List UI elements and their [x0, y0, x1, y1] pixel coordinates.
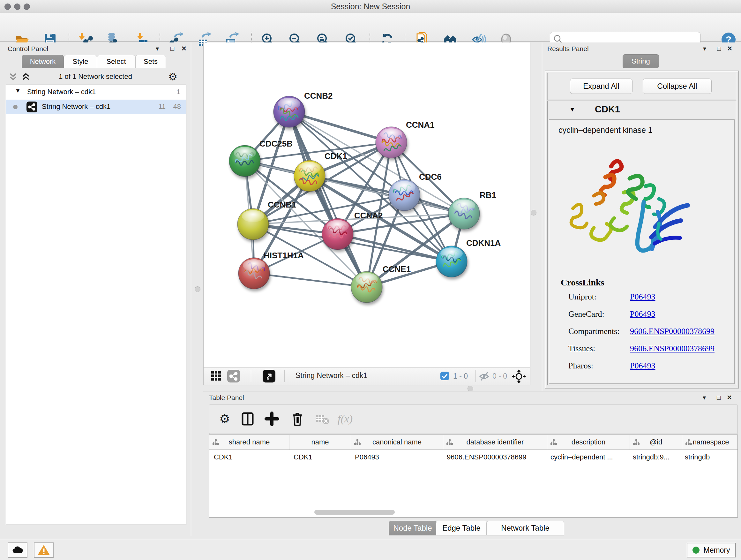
network-edge[interactable] — [289, 112, 367, 287]
horizontal-scrollbar-thumb[interactable] — [314, 510, 395, 515]
expand-collapse-section: Expand All Collapse All — [547, 73, 736, 100]
table-body: CDK1CDK1P064939606.ENSP00000378699cyclin… — [209, 450, 738, 464]
column-header-namespace[interactable]: namespace — [682, 435, 738, 449]
memory-button[interactable]: Memory — [687, 543, 736, 557]
network-options-gear-icon[interactable]: ⚙ — [168, 71, 178, 83]
node-result-section: ▼ CDK1 cyclin–dependent kinase 1 — [547, 101, 736, 385]
network-node-CDK1[interactable] — [294, 160, 325, 192]
network-row[interactable]: String Network – cdk1 11 48 — [6, 100, 186, 114]
node-label-CCNB2: CCNB2 — [304, 91, 333, 101]
node-description: cyclin–dependent kinase 1 — [558, 125, 653, 135]
network-node-CCNE1[interactable] — [351, 271, 382, 303]
table-toolbar: ⚙ f(x) — [209, 405, 738, 434]
node-result-content: cyclin–dependent kinase 1 — [549, 119, 735, 384]
network-edge[interactable] — [289, 112, 391, 142]
node-label-CCNA2: CCNA2 — [354, 211, 383, 220]
tree-expand-icon[interactable]: ▼ — [15, 87, 21, 94]
column-header--id[interactable]: @id — [630, 435, 682, 449]
hidden-eye-slash-icon — [479, 371, 491, 382]
network-node-CCNA1[interactable] — [376, 127, 407, 158]
network-node-CCNA2[interactable] — [322, 219, 353, 250]
tab-network-table[interactable]: Network Table — [486, 521, 564, 536]
delete-column-icon[interactable] — [290, 411, 305, 427]
crosslink-link[interactable]: P06493 — [630, 309, 655, 319]
expand-all-button[interactable]: Expand All — [570, 78, 632, 94]
network-node-CDC6[interactable] — [389, 179, 420, 211]
detach-view-icon[interactable] — [263, 370, 275, 382]
tab-style[interactable]: Style — [64, 55, 97, 68]
tab-sets[interactable]: Sets — [135, 55, 166, 68]
crosslink-link[interactable]: 9606.ENSP00000378699 — [630, 327, 715, 336]
fit-crosshair-icon[interactable] — [512, 369, 526, 383]
table-cell[interactable]: CDK1 — [289, 450, 350, 464]
column-header-canonical-name[interactable]: canonical name — [351, 435, 443, 449]
cloud-button[interactable] — [8, 543, 27, 558]
column-header-name[interactable]: name — [289, 435, 351, 449]
warnings-button[interactable] — [34, 543, 54, 558]
titlebar: Session: New Session — [0, 0, 741, 13]
panel-close-icon[interactable]: ✕ — [727, 393, 732, 401]
grid-view-icon[interactable] — [211, 370, 222, 382]
table-settings-gear-icon[interactable]: ⚙ — [217, 411, 232, 427]
network-collection-row[interactable]: ▼ String Network – cdk1 1 — [6, 85, 186, 100]
tab-select[interactable]: Select — [97, 55, 135, 68]
tab-string[interactable]: String — [623, 54, 659, 68]
column-header-description[interactable]: description — [547, 435, 630, 449]
panel-float-icon[interactable]: □ — [171, 44, 174, 53]
network-node-CCNB2[interactable] — [273, 96, 305, 127]
hidden-count: 0 - 0 — [492, 372, 507, 381]
panel-float-icon[interactable]: □ — [717, 393, 721, 401]
left-splitter-handle[interactable] — [195, 287, 200, 292]
crosslink-label: GeneCard: — [568, 309, 604, 319]
network-view-title: String Network – cdk1 — [295, 371, 367, 380]
column-header-label: canonical name — [373, 438, 421, 446]
network-node-CDC25B[interactable] — [229, 145, 260, 177]
panel-menu-icon[interactable]: ▾ — [703, 44, 706, 53]
network-node-HIST1H1A[interactable] — [239, 258, 270, 289]
bottom-splitter-handle[interactable] — [468, 386, 473, 391]
network-view[interactable]: CCNB2CCNA1CDC25BCDK1CDC6RB1CCNB1CCNA2CDK… — [203, 43, 530, 367]
tab-node-table[interactable]: Node Table — [389, 521, 436, 536]
cloud-icon — [12, 546, 23, 554]
add-column-icon[interactable] — [264, 411, 280, 427]
network-tree: ▼ String Network – cdk1 1 String Network… — [6, 84, 186, 525]
crosslink-label: Tissues: — [568, 344, 595, 354]
crosslink-link[interactable]: P06493 — [630, 361, 655, 371]
panel-menu-icon[interactable]: ▾ — [156, 44, 159, 53]
network-edge[interactable] — [254, 273, 367, 287]
network-node-CCNB1[interactable] — [238, 208, 269, 240]
table-cell[interactable]: stringdb — [680, 450, 738, 464]
status-bar: Memory — [0, 539, 741, 560]
panel-menu-icon[interactable]: ▾ — [703, 393, 706, 401]
crosslink-label: Pharos: — [568, 361, 593, 371]
share-view-icon[interactable] — [227, 370, 240, 382]
crosslink-link[interactable]: 9606.ENSP00000378699 — [630, 344, 715, 354]
selected-checkbox-icon[interactable] — [441, 372, 449, 380]
table-cell[interactable]: P06493 — [350, 450, 442, 464]
column-header-database-identifier[interactable]: database identifier — [443, 435, 547, 449]
crosslink-row: Uniprot:P06493 — [549, 292, 734, 309]
table-cell[interactable]: cyclin–dependent ... — [546, 450, 628, 464]
column-header-label: database identifier — [467, 438, 524, 446]
column-header-shared-name[interactable]: shared name — [209, 435, 289, 449]
protein-structure-image — [563, 148, 697, 272]
show-columns-icon[interactable] — [240, 411, 255, 427]
table-cell[interactable]: stringdb:9... — [628, 450, 680, 464]
collapse-entry-icon[interactable]: ▼ — [569, 106, 576, 113]
table-cell[interactable]: 9606.ENSP00000378699 — [442, 450, 546, 464]
network-node-RB1[interactable] — [448, 198, 480, 229]
delete-table-icon — [315, 411, 330, 427]
collapse-all-button[interactable]: Collapse All — [643, 78, 712, 94]
panel-close-icon[interactable]: ✕ — [727, 44, 732, 53]
network-view-toolbar: String Network – cdk1 1 - 0 0 - 0 — [203, 367, 530, 385]
right-splitter-handle[interactable] — [531, 210, 536, 215]
tab-network[interactable]: Network — [22, 55, 64, 68]
network-node-CDKN1A[interactable] — [436, 246, 467, 277]
panel-float-icon[interactable]: □ — [717, 44, 721, 53]
cytoscape-window: Session: New Session — [0, 0, 741, 560]
panel-close-icon[interactable]: ✕ — [181, 44, 187, 53]
crosslink-link[interactable]: P06493 — [630, 292, 655, 302]
table-cell[interactable]: CDK1 — [209, 450, 289, 464]
edge-count: 48 — [173, 103, 181, 111]
tab-edge-table[interactable]: Edge Table — [436, 521, 487, 536]
